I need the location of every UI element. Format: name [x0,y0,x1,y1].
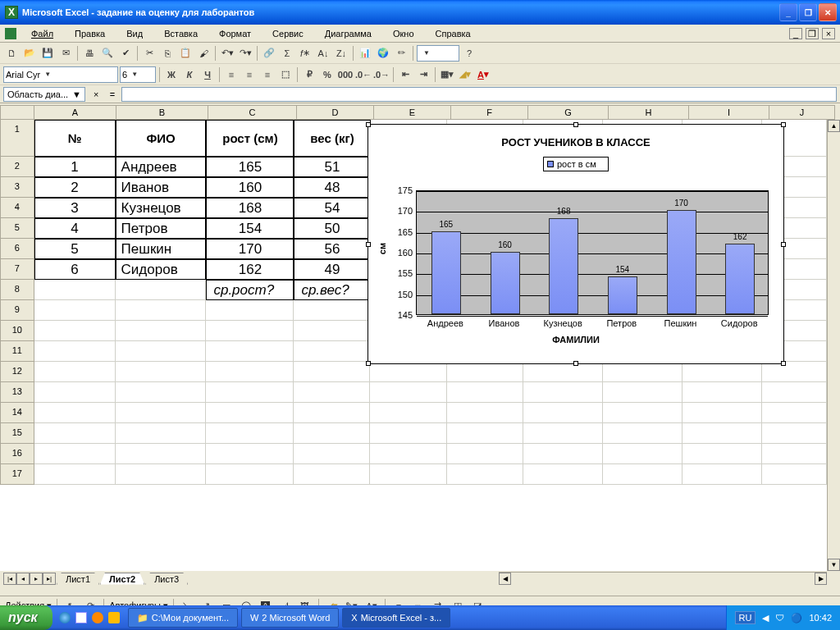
sort-asc-icon[interactable]: A↓ [315,45,331,62]
vertical-scrollbar[interactable]: ▲ ▼ [827,120,840,571]
row-header[interactable]: 11 [0,341,34,362]
chart-legend[interactable]: рост в см [543,157,609,171]
row-header[interactable]: 10 [0,321,34,341]
comma-icon[interactable]: 000 [337,66,354,83]
scroll-up-icon[interactable]: ▲ [828,120,840,132]
zoom-combo[interactable]: ▼ [417,45,459,62]
new-icon[interactable]: 🗋 [3,45,20,62]
chart-x-axis-label[interactable]: ФАМИЛИИ [368,335,783,345]
inc-decimal-icon[interactable]: .0← [355,66,372,83]
col-header-I[interactable]: I [689,105,769,120]
chart-object[interactable]: РОСТ УЧЕНИКОВ В КЛАССЕ рост в см см 1451… [368,124,784,364]
tab-nav-prev-icon[interactable]: ◂ [16,573,30,585]
start-button[interactable]: пуск [0,605,52,630]
chart-title[interactable]: РОСТ УЧЕНИКОВ В КЛАССЕ [368,125,783,152]
scroll-down-icon[interactable]: ▼ [828,559,840,571]
currency-icon[interactable]: ₽ [301,66,317,83]
chart-wizard-icon[interactable]: 📊 [357,45,373,62]
col-header-B[interactable]: B [116,105,208,120]
menu-format[interactable]: Формат [209,27,261,40]
align-center-icon[interactable]: ≡ [241,66,258,83]
row-header[interactable]: 8 [0,280,34,300]
menu-file[interactable]: Файл [21,27,63,40]
font-size-combo[interactable]: 6▼ [120,66,156,83]
percent-icon[interactable]: % [319,66,336,83]
minimize-button[interactable]: _ [779,3,797,21]
taskbar-item-excel[interactable]: X Microsoft Excel - з... [342,608,450,628]
chart-y-axis-label[interactable]: см [377,243,387,254]
tab-nav-next-icon[interactable]: ▸ [30,573,43,585]
copy-icon[interactable]: ⎘ [159,45,176,62]
font-name-combo[interactable]: Arial Cyr▼ [3,66,118,83]
italic-icon[interactable]: К [181,66,198,83]
row-header[interactable]: 6 [0,239,34,259]
map-icon[interactable]: 🌍 [375,45,391,62]
row-header[interactable]: 15 [0,423,34,444]
doc-minimize-button[interactable]: _ [789,28,802,39]
scroll-left-icon[interactable]: ◀ [499,573,511,585]
chart-plot-area[interactable]: 165160168154170162 [416,190,769,315]
spell-icon[interactable]: ✔ [117,45,134,62]
font-color-icon[interactable]: A▾ [475,66,491,83]
fill-color-icon[interactable]: ◢▾ [457,66,473,83]
chart-bar[interactable] [667,210,696,314]
print-icon[interactable]: 🖶 [81,45,98,62]
menu-help[interactable]: Справка [426,27,481,40]
row-header[interactable]: 2 [0,157,34,177]
format-painter-icon[interactable]: 🖌 [195,45,212,62]
taskbar-item-explorer[interactable]: 📁 С:\Мои документ... [128,608,238,628]
tray-net-icon[interactable]: 🔵 [791,613,802,623]
fx-icon[interactable]: f∗ [297,45,313,62]
row-header[interactable]: 7 [0,259,34,280]
paste-icon[interactable]: 📋 [177,45,194,62]
tray-chevron-icon[interactable]: ◀ [762,613,769,623]
taskbar-item-word[interactable]: W 2 Microsoft Word [241,608,339,628]
mail-icon[interactable]: ✉ [57,45,74,62]
chart-bar[interactable] [725,244,755,314]
name-box[interactable]: Область диа...▼ [3,87,85,102]
col-header-F[interactable]: F [451,105,528,120]
chart-bar[interactable] [608,276,637,314]
sheet-tab[interactable]: Лист1 [57,573,99,585]
menu-view[interactable]: Вид [116,27,153,40]
preview-icon[interactable]: 🔍 [99,45,116,62]
inc-indent-icon[interactable]: ⇥ [415,66,431,83]
tab-nav-last-icon[interactable]: ▸| [43,573,56,585]
doc-restore-button[interactable]: ❐ [806,28,819,39]
cancel-formula[interactable]: × [89,89,103,99]
select-all-corner[interactable] [0,105,34,120]
open-icon[interactable]: 📂 [21,45,38,62]
cut-icon[interactable]: ✂ [141,45,158,62]
lang-indicator[interactable]: RU [735,611,756,624]
bold-icon[interactable]: Ж [163,66,180,83]
save-icon[interactable]: 💾 [39,45,56,62]
tray-clock[interactable]: 10:42 [809,613,832,623]
chart-bar[interactable] [491,252,520,314]
sort-desc-icon[interactable]: Z↓ [333,45,349,62]
sheet-tab[interactable]: Лист3 [145,573,188,585]
row-header[interactable]: 12 [0,362,34,382]
link-icon[interactable]: 🔗 [261,45,277,62]
chart-bar[interactable] [431,231,461,314]
scroll-right-icon[interactable]: ▶ [815,573,827,585]
row-header[interactable]: 1 [0,120,34,157]
tray-volume-icon[interactable]: 🛡 [775,613,784,623]
ql-item2-icon[interactable] [108,612,120,623]
formula-equals[interactable]: = [107,89,118,99]
row-header[interactable]: 14 [0,403,34,423]
dec-decimal-icon[interactable]: .0→ [373,66,390,83]
dec-indent-icon[interactable]: ⇤ [397,66,413,83]
row-header[interactable]: 17 [0,464,34,485]
merge-icon[interactable]: ⬚ [277,66,294,83]
sum-icon[interactable]: Σ [279,45,295,62]
col-header-H[interactable]: H [609,105,689,120]
doc-close-button[interactable]: × [822,28,835,39]
sheet-tab[interactable]: Лист2 [100,573,144,585]
row-header[interactable]: 9 [0,300,34,321]
row-header[interactable]: 13 [0,382,34,403]
col-header-C[interactable]: C [208,105,297,120]
redo-icon[interactable]: ↷▾ [237,45,253,62]
undo-icon[interactable]: ↶▾ [219,45,235,62]
formula-input[interactable] [121,87,837,102]
menu-insert[interactable]: Вставка [154,27,208,40]
